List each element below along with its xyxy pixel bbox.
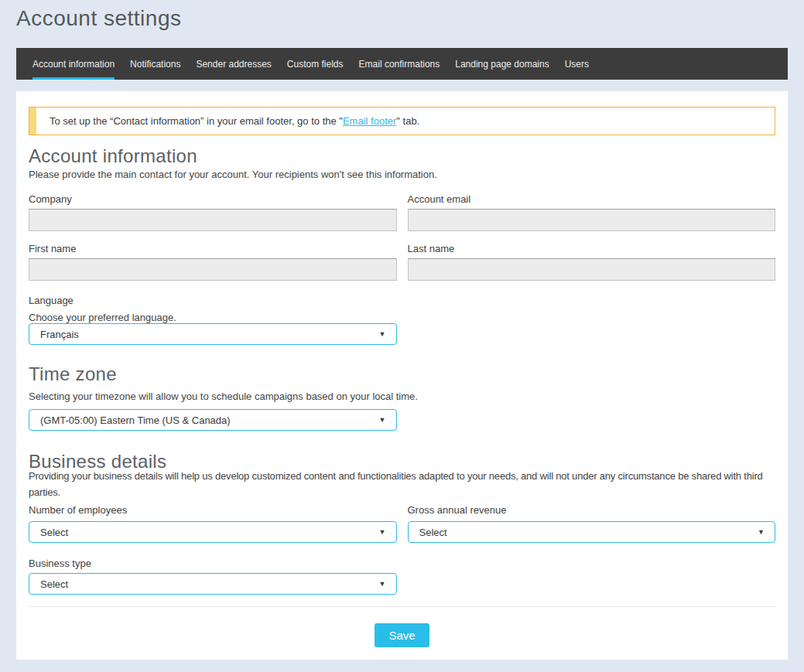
tab-notifications[interactable]: Notifications <box>130 48 180 80</box>
first-name-label: First name <box>29 243 397 254</box>
email-footer-link[interactable]: Email footer <box>343 115 396 127</box>
revenue-field: Gross annual revenue Select ▼ <box>408 504 776 543</box>
chevron-down-icon: ▼ <box>379 580 386 588</box>
employees-select-value: Select <box>40 527 68 538</box>
chevron-down-icon: ▼ <box>758 528 765 536</box>
tab-landing-page-domains[interactable]: Landing page domains <box>455 48 549 80</box>
time-zone-description: Selecting your timezone will allow you t… <box>29 391 775 402</box>
language-field: Language Choose your preferred language.… <box>29 295 397 345</box>
language-select-value: Français <box>40 329 79 340</box>
timezone-select-value: (GMT-05:00) Eastern Time (US & Canada) <box>40 414 231 426</box>
revenue-label: Gross annual revenue <box>408 504 776 516</box>
language-hint: Choose your preferred language. <box>29 312 397 323</box>
content-card: To set up the “Contact information” in y… <box>16 91 788 660</box>
employees-label: Number of employees <box>29 504 397 516</box>
chevron-down-icon: ▼ <box>379 330 386 338</box>
tab-email-confirmations[interactable]: Email confirmations <box>359 48 440 80</box>
company-input[interactable] <box>29 209 397 231</box>
chevron-down-icon: ▼ <box>379 416 386 424</box>
employees-select[interactable]: Select ▼ <box>29 521 397 543</box>
business-details-form: Number of employees Select ▼ Gross annua… <box>29 504 775 543</box>
language-label: Language <box>29 295 397 306</box>
business-type-select[interactable]: Select ▼ <box>29 573 397 595</box>
last-name-input[interactable] <box>408 258 776 281</box>
timezone-select[interactable]: (GMT-05:00) Eastern Time (US & Canada) ▼ <box>29 409 397 431</box>
tab-sender-addresses[interactable]: Sender addresses <box>196 48 271 80</box>
tab-custom-fields[interactable]: Custom fields <box>287 48 344 80</box>
employees-field: Number of employees Select ▼ <box>29 504 397 543</box>
last-name-label: Last name <box>408 243 776 254</box>
save-button[interactable]: Save <box>375 623 429 647</box>
section-heading-account-information: Account information <box>29 146 775 166</box>
save-row: Save <box>29 623 775 647</box>
tab-account-information[interactable]: Account information <box>33 48 115 80</box>
last-name-field: Last name <box>408 243 776 281</box>
business-type-select-value: Select <box>40 578 68 590</box>
alert-text-before: To set up the “Contact information” in y… <box>50 115 343 127</box>
account-email-label: Account email <box>408 193 776 205</box>
company-field: Company <box>29 193 397 231</box>
revenue-select-value: Select <box>419 527 447 538</box>
account-settings-page: Account settings Account information Not… <box>0 5 804 660</box>
revenue-select[interactable]: Select ▼ <box>408 521 776 543</box>
account-information-description: Please provide the main contact for your… <box>29 169 775 180</box>
first-name-input[interactable] <box>29 258 397 281</box>
section-heading-time-zone: Time zone <box>29 364 775 384</box>
account-email-input[interactable] <box>408 209 776 231</box>
tab-users[interactable]: Users <box>565 48 589 80</box>
business-type-field: Business type Select ▼ <box>29 558 397 595</box>
business-details-description: Providing your business details will hel… <box>29 468 775 500</box>
tab-bar: Account information Notifications Sender… <box>16 48 788 80</box>
page-title: Account settings <box>16 5 788 32</box>
account-email-field: Account email <box>408 193 776 231</box>
business-type-label: Business type <box>29 558 397 569</box>
info-alert: To set up the “Contact information” in y… <box>29 107 775 135</box>
alert-text-after: " tab. <box>396 115 419 127</box>
account-information-form: Company Account email First name Last na… <box>29 193 775 281</box>
company-label: Company <box>29 193 397 205</box>
language-select[interactable]: Français ▼ <box>29 323 397 345</box>
chevron-down-icon: ▼ <box>379 528 386 536</box>
divider <box>29 606 775 607</box>
first-name-field: First name <box>29 243 397 281</box>
